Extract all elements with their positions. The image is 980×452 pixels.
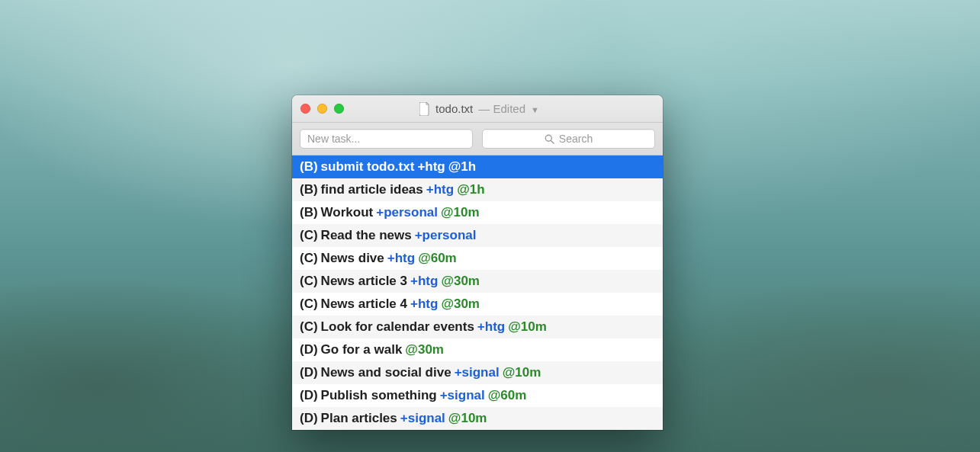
task-priority: (D) xyxy=(300,388,318,403)
task-row[interactable]: (D) Plan articles+signal@10m xyxy=(292,407,663,430)
task-context-tag: @1h xyxy=(448,159,476,175)
task-row[interactable]: (C) Look for calendar events+htg@10m xyxy=(292,316,663,338)
task-priority: (D) xyxy=(300,411,318,426)
toolbar: New task... Search xyxy=(292,123,663,155)
task-text: News dive xyxy=(321,251,384,266)
task-project-tag: +htg xyxy=(410,297,438,312)
task-text: Read the news xyxy=(321,228,412,243)
task-project-tag: +htg xyxy=(410,274,438,289)
task-project-tag: +personal xyxy=(376,205,438,220)
task-text: Go for a walk xyxy=(321,342,403,357)
task-priority: (C) xyxy=(300,251,318,266)
task-text: Plan articles xyxy=(321,411,397,426)
document-icon xyxy=(419,102,430,116)
task-row[interactable]: (D) Publish something+signal@60m xyxy=(292,384,663,407)
minimize-icon[interactable] xyxy=(317,104,327,114)
task-priority: (B) xyxy=(300,159,318,175)
close-icon[interactable] xyxy=(300,104,310,114)
task-priority: (C) xyxy=(300,319,318,335)
task-text: News article 4 xyxy=(321,297,407,312)
task-project-tag: +signal xyxy=(400,411,445,426)
task-project-tag: +htg xyxy=(387,251,415,266)
task-priority: (C) xyxy=(300,274,318,289)
task-row[interactable]: (D) News and social dive+signal@10m xyxy=(292,361,663,384)
task-project-tag: +personal xyxy=(415,228,477,243)
task-row[interactable]: (C) News article 4+htg@30m xyxy=(292,293,663,316)
task-project-tag: +htg xyxy=(426,182,454,197)
task-context-tag: @10m xyxy=(508,319,547,335)
task-context-tag: @10m xyxy=(441,205,480,220)
new-task-placeholder: New task... xyxy=(307,133,360,145)
chevron-down-icon[interactable]: ▼ xyxy=(531,105,539,114)
window-filename: todo.txt xyxy=(435,102,473,115)
task-text: submit todo.txt xyxy=(321,159,415,175)
task-context-tag: @60m xyxy=(418,251,457,266)
task-priority: (B) xyxy=(300,182,318,197)
task-row[interactable]: (C) News dive+htg@60m xyxy=(292,247,663,270)
maximize-icon[interactable] xyxy=(334,104,344,114)
task-context-tag: @30m xyxy=(441,297,480,312)
task-row[interactable]: (C) Read the news+personal xyxy=(292,224,663,247)
titlebar[interactable]: todo.txt — Edited ▼ xyxy=(292,95,663,123)
traffic-lights xyxy=(300,104,344,114)
task-text: News article 3 xyxy=(321,274,407,289)
task-list[interactable]: (B) submit todo.txt+htg@1h(B) find artic… xyxy=(292,155,663,430)
search-icon xyxy=(545,134,554,144)
task-text: Look for calendar events xyxy=(321,319,474,335)
task-priority: (D) xyxy=(300,342,318,357)
task-project-tag: +signal xyxy=(455,365,500,380)
search-input[interactable]: Search xyxy=(482,129,655,149)
task-context-tag: @1h xyxy=(457,182,484,197)
task-context-tag: @10m xyxy=(448,411,487,426)
task-row[interactable]: (B) submit todo.txt+htg@1h xyxy=(292,155,663,178)
task-priority: (C) xyxy=(300,297,318,312)
task-text: News and social dive xyxy=(321,365,451,380)
task-context-tag: @30m xyxy=(405,342,444,357)
task-project-tag: +htg xyxy=(477,319,505,335)
task-context-tag: @60m xyxy=(488,388,527,403)
task-row[interactable]: (C) News article 3+htg@30m xyxy=(292,270,663,293)
app-window: todo.txt — Edited ▼ New task... Search xyxy=(292,95,663,430)
task-row[interactable]: (B) Workout+personal@10m xyxy=(292,201,663,224)
window-edited-status: — Edited xyxy=(478,102,525,115)
task-text: Publish something xyxy=(321,388,437,403)
task-text: Workout xyxy=(321,205,374,220)
task-project-tag: +signal xyxy=(440,388,485,403)
task-priority: (C) xyxy=(300,228,318,243)
task-context-tag: @10m xyxy=(503,365,541,380)
task-text: find article ideas xyxy=(321,182,423,197)
task-row[interactable]: (B) find article ideas+htg@1h xyxy=(292,178,663,201)
new-task-input[interactable]: New task... xyxy=(300,129,473,149)
window-title[interactable]: todo.txt — Edited ▼ xyxy=(350,102,609,116)
task-context-tag: @30m xyxy=(441,274,480,289)
task-priority: (D) xyxy=(300,365,318,380)
task-priority: (B) xyxy=(300,205,318,220)
desktop-wallpaper: todo.txt — Edited ▼ New task... Search xyxy=(0,0,980,452)
search-placeholder: Search xyxy=(559,133,593,145)
task-project-tag: +htg xyxy=(417,159,445,175)
svg-line-1 xyxy=(551,140,554,143)
task-row[interactable]: (D) Go for a walk@30m xyxy=(292,338,663,361)
